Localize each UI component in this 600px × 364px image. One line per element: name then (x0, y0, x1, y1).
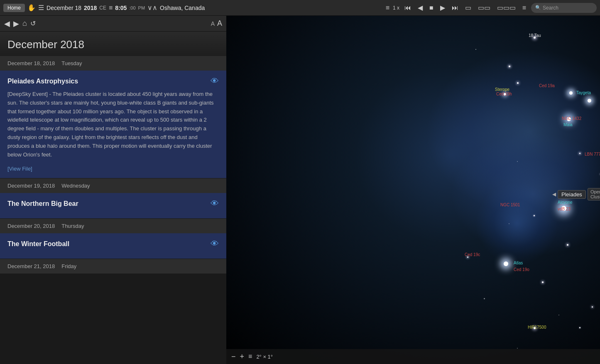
topbar-time-ampm: PM (138, 5, 145, 10)
back-button[interactable]: ◀ (4, 20, 10, 27)
pleiades-popup: ◀ Pleiades Open Cluster ℹ ✓ (552, 188, 600, 200)
star-bg17 (517, 348, 518, 349)
date-header-1: December 19, 2018 Wednesday (0, 178, 226, 193)
star-sm7 (542, 281, 544, 283)
date-header-3: December 21, 2018 Friday (0, 259, 226, 274)
event-title-0: Pleiades Astrophysics (7, 78, 78, 85)
stop-button[interactable]: ■ (428, 3, 435, 12)
text-decrease-button[interactable]: A (211, 20, 215, 27)
map-bottom-bar: − + ≡ 2° × 1° (226, 349, 600, 364)
topbar-location: Oshawa, Canada (160, 5, 205, 11)
layout3-button[interactable]: ▭▭▭ (495, 3, 517, 12)
skip-forward-button[interactable]: ⏭ (450, 3, 460, 12)
date-string-0: December 18, 2018 (7, 60, 55, 66)
panel-home-icon[interactable]: ⌂ (22, 19, 27, 28)
star-sm5 (534, 215, 535, 216)
map-scale-label: 2° × 1° (256, 354, 273, 360)
date-header-0: December 18, 2018 Tuesday (0, 56, 226, 71)
star-map-background (226, 16, 600, 364)
zoom-in-button[interactable]: + (240, 352, 245, 361)
topbar: Home ✋ ☰ December 18 2018 CE ≡ 8:05 :00 … (0, 0, 600, 16)
star-ced19c (467, 257, 468, 258)
topbar-year: 2018 (84, 5, 97, 11)
eye-icon-1[interactable]: 👁 (211, 199, 219, 208)
topbar-time-seconds: :00 (129, 5, 135, 10)
left-toolbar: ◀ ▶ ⌂ ↺ A A (0, 16, 226, 32)
view-file-link-0[interactable]: [View File] (7, 166, 32, 172)
search-icon: 🔍 (535, 5, 541, 10)
event-card-1[interactable]: The Northern Big Bear 👁 (0, 193, 226, 219)
search-box: 🔍 (531, 3, 597, 13)
play-button[interactable]: ▶ (438, 3, 447, 12)
zoom-out-button[interactable]: − (231, 352, 236, 361)
home-button[interactable]: Home (3, 4, 25, 12)
panel-title: December 2018 (0, 32, 226, 56)
star-sm9 (579, 327, 580, 328)
star-sm6 (567, 244, 568, 246)
layout1-button[interactable]: ▭ (463, 3, 473, 12)
star-atlas (504, 261, 508, 266)
hamburger-icon[interactable]: ☰ (38, 4, 44, 12)
pleiades-name-label: Pleiades (558, 190, 586, 199)
star-map[interactable]: 18 Tau Sterope Ced 19a Taygeta Celaeno C… (226, 16, 600, 364)
left-panel: ◀ ▶ ⌂ ↺ A A December 2018 December 18, 2… (0, 16, 226, 364)
time-menu-icon[interactable]: ≡ (109, 4, 113, 12)
forward-button[interactable]: ▶ (13, 20, 19, 27)
date-header-2: December 20, 2018 Thursday (0, 219, 226, 233)
star-bg1 (475, 49, 476, 50)
search-input[interactable] (543, 5, 593, 11)
chevrons-icon[interactable]: ∨∧ (147, 4, 157, 12)
star-18tau (534, 37, 536, 39)
hand-icon: ✋ (27, 4, 36, 12)
event-body-0: [DeepSky Event] - The Pleiades cluster i… (7, 90, 219, 159)
topbar-time: 8:05 (115, 5, 127, 11)
text-increase-button[interactable]: A (217, 19, 222, 28)
star-sm2 (517, 82, 519, 84)
map-menu-button[interactable]: ≡ (248, 353, 252, 360)
star-alcyone (561, 206, 566, 211)
event-list[interactable]: December 18, 2018 Tuesday Pleiades Astro… (0, 56, 226, 364)
star-maia (569, 91, 573, 95)
date-string-2: December 20, 2018 (7, 223, 55, 229)
event-card-0[interactable]: Pleiades Astrophysics 👁 [DeepSky Event] … (0, 71, 226, 178)
skip-back-button[interactable]: ⏮ (403, 3, 413, 12)
day-string-1: Wednesday (61, 183, 90, 189)
star-sm8 (592, 306, 593, 308)
right-menu-icon[interactable]: ≡ (386, 4, 389, 12)
eye-icon-0[interactable]: 👁 (211, 76, 219, 86)
star-hip17500 (534, 327, 536, 329)
date-string-1: December 19, 2018 (7, 183, 55, 189)
star-bg7 (517, 161, 518, 162)
star-sterope (504, 93, 506, 95)
refresh-icon[interactable]: ↺ (30, 20, 36, 27)
day-string-0: Tuesday (61, 60, 82, 66)
event-title-1: The Northern Big Bear (7, 200, 78, 208)
magnification-label: 1 x (393, 5, 399, 11)
star-sm3 (579, 153, 580, 154)
event-title-2: The Winter Football (7, 240, 69, 248)
topbar-ce: CE (99, 5, 106, 11)
settings-button[interactable]: ≡ (521, 3, 528, 12)
day-string-2: Thursday (61, 223, 84, 229)
main-content: ◀ ▶ ⌂ ↺ A A December 2018 December 18, 2… (0, 16, 600, 364)
star-taygeta (588, 99, 591, 103)
star-bg14 (484, 298, 485, 299)
layout2-button[interactable]: ▭▭ (476, 3, 492, 12)
star-maia-bright (567, 117, 571, 121)
event-card-2[interactable]: The Winter Football 👁 (0, 233, 226, 259)
date-string-3: December 21, 2018 (7, 263, 55, 269)
pleiades-arrow-icon: ◀ (552, 191, 556, 197)
eye-icon-2[interactable]: 👁 (211, 239, 219, 249)
topbar-date: December 18 (47, 5, 81, 11)
prev-button[interactable]: ◀ (416, 3, 424, 12)
star-bg15 (558, 315, 559, 315)
day-string-3: Friday (61, 263, 76, 269)
star-sm1 (509, 66, 510, 67)
star-bg10 (509, 223, 509, 224)
pleiades-type-label: Open Cluster ℹ ✓ (588, 188, 600, 200)
